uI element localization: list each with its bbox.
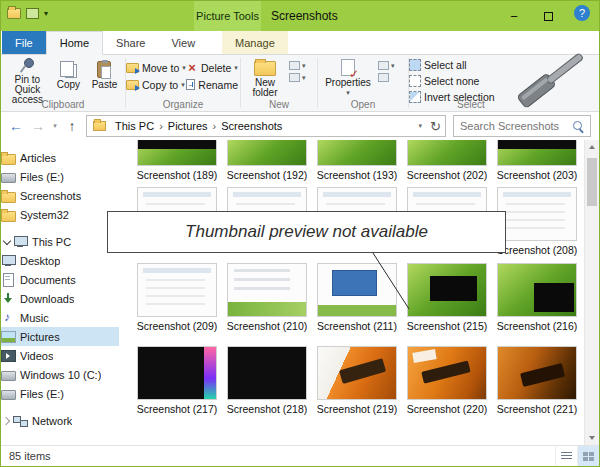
quick-access-toolbar-chevron-icon[interactable]: ▾: [44, 8, 48, 19]
file-item[interactable]: Screenshot (221): [492, 346, 582, 416]
expand-chevron-icon[interactable]: [1, 416, 13, 426]
scrollbar-thumb[interactable]: [587, 158, 597, 206]
pin-to-quick-access-button[interactable]: Pin to Quick access: [4, 57, 51, 98]
sidebar-item[interactable]: Videos: [1, 346, 119, 365]
tab-label: File: [15, 37, 33, 49]
explorer-app-icon[interactable]: [7, 8, 21, 19]
sidebar-item[interactable]: System32: [1, 205, 119, 224]
sidebar-item[interactable]: Desktop: [1, 251, 119, 270]
breadcrumb-item[interactable]: Pictures ›: [163, 120, 216, 132]
file-item[interactable]: Screenshot (203): [492, 140, 582, 182]
sidebar-item[interactable]: Documents: [1, 270, 119, 289]
sidebar-item-label: Files (E:): [20, 388, 64, 400]
file-item[interactable]: Screenshot (189): [132, 140, 222, 182]
file-item[interactable]: Screenshot (216): [492, 263, 582, 333]
file-thumbnail: [227, 140, 307, 166]
file-label: Screenshot (193): [317, 169, 398, 182]
clipboard-group-label: Clipboard: [1, 99, 125, 110]
ribbon-tab[interactable]: Manage: [222, 31, 288, 54]
search-icon[interactable]: [572, 120, 585, 133]
ribbon-tab[interactable]: Share: [103, 31, 158, 54]
breadcrumb-item[interactable]: This PC ›: [110, 120, 163, 132]
file-thumbnail: [317, 140, 397, 166]
sidebar-item[interactable]: Music: [1, 308, 119, 327]
thumbnails-view-button[interactable]: [577, 446, 599, 466]
delete-icon: ×: [186, 62, 198, 73]
rename-button[interactable]: Rename: [186, 77, 238, 92]
address-dropdown-icon[interactable]: ▾: [419, 122, 423, 130]
scroll-down-icon[interactable]: [585, 430, 599, 445]
search-input[interactable]: [454, 119, 572, 133]
new-folder-button[interactable]: New folder: [244, 57, 286, 98]
tab-label: Share: [116, 37, 145, 49]
file-item[interactable]: Screenshot (220): [402, 346, 492, 416]
file-item[interactable]: Screenshot (210): [222, 263, 312, 333]
ribbon-tab[interactable]: File: [2, 31, 46, 54]
up-button[interactable]: ↑: [61, 118, 83, 134]
maximize-button[interactable]: [531, 1, 565, 31]
details-view-button[interactable]: [555, 446, 577, 466]
file-thumbnail: [407, 140, 487, 166]
open-button[interactable]: ▾: [378, 61, 395, 70]
file-item[interactable]: Screenshot (193): [312, 140, 402, 182]
help-button[interactable]: ?: [574, 5, 590, 21]
file-label: Screenshot (202): [407, 169, 488, 182]
hammer-watermark-icon: [511, 51, 597, 119]
sidebar-item[interactable]: Network: [1, 411, 119, 430]
file-item[interactable]: Screenshot (209): [132, 263, 222, 333]
sidebar-item[interactable]: Windows 10 (C:): [1, 365, 119, 384]
file-item[interactable]: Screenshot (218): [222, 346, 312, 416]
rename-icon: [186, 79, 195, 90]
new-folder-icon: [254, 61, 276, 76]
breadcrumb-item[interactable]: Screenshots ›: [216, 120, 287, 132]
file-item[interactable]: Screenshot (192): [222, 140, 312, 182]
move-to-button[interactable]: Move to ▾: [126, 60, 186, 75]
tab-label: View: [171, 37, 195, 49]
file-item[interactable]: Screenshot (219): [312, 346, 402, 416]
sidebar-item[interactable]: This PC: [1, 232, 119, 251]
new-item-button[interactable]: ▾: [289, 61, 306, 70]
properties-button[interactable]: ✓ Properties ▾: [321, 57, 375, 98]
file-item[interactable]: Screenshot (215): [402, 263, 492, 333]
refresh-icon[interactable]: ↻: [430, 119, 441, 134]
properties-icon: ✓: [341, 59, 355, 76]
back-button[interactable]: ←: [5, 118, 27, 134]
delete-button[interactable]: × Delete ▾: [186, 60, 238, 75]
file-item[interactable]: Screenshot (202): [402, 140, 492, 182]
quick-access-toolbar-button[interactable]: [26, 8, 39, 19]
file-item[interactable]: Screenshot (211): [312, 263, 402, 333]
easy-access-button[interactable]: ▾: [289, 73, 306, 82]
file-thumbnail: [227, 346, 307, 400]
select-all-icon: [409, 59, 421, 71]
title-bar[interactable]: ▾ Picture Tools Screenshots − ×: [1, 1, 599, 31]
sidebar-item[interactable]: Articles: [1, 148, 119, 167]
expand-chevron-icon[interactable]: [1, 237, 13, 247]
history-button[interactable]: [378, 73, 395, 82]
recent-locations-button[interactable]: ▾: [49, 122, 61, 130]
sidebar-item[interactable]: Files (E:): [1, 384, 119, 403]
minimize-button[interactable]: −: [497, 1, 531, 31]
sidebar-item[interactable]: Pictures: [1, 327, 119, 346]
sidebar-item-icon: [1, 387, 15, 400]
sidebar-item[interactable]: Downloads: [1, 289, 119, 308]
copy-button[interactable]: Copy: [51, 57, 86, 98]
sidebar-item[interactable]: Screenshots: [1, 186, 119, 205]
file-label: Screenshot (189): [137, 169, 218, 182]
button-label: Rename: [198, 79, 238, 91]
forward-button[interactable]: →: [27, 118, 49, 134]
scroll-up-icon[interactable]: [585, 140, 599, 155]
sidebar-item-icon: [1, 368, 15, 381]
sidebar-item-icon: [1, 208, 15, 221]
ribbon-tab[interactable]: View: [158, 31, 208, 54]
button-label: Properties: [325, 78, 371, 88]
breadcrumb[interactable]: This PC › Pictures › Screenshots › ▾: [86, 115, 446, 137]
sidebar-item-label: Downloads: [20, 293, 74, 305]
explorer-window: ▾ Picture Tools Screenshots − × File Hom…: [0, 0, 600, 467]
vertical-scrollbar[interactable]: [584, 140, 599, 445]
ribbon-tab[interactable]: Home: [46, 31, 103, 55]
paste-button[interactable]: Paste: [86, 57, 123, 98]
file-item[interactable]: Screenshot (217): [132, 346, 222, 416]
sidebar-item-label: Documents: [20, 274, 76, 286]
sidebar-item[interactable]: Files (E:): [1, 167, 119, 186]
copy-to-button[interactable]: Copy to ▾: [126, 77, 186, 92]
